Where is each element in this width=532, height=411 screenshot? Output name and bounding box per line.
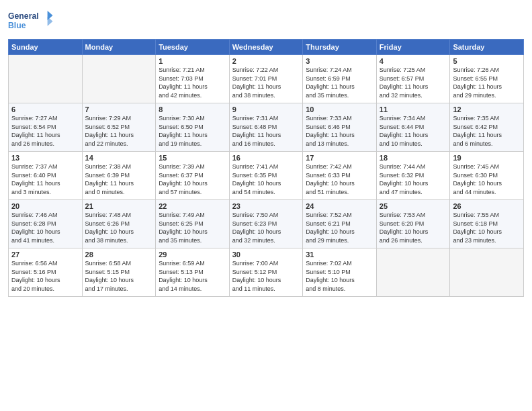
logo: General Blue: [8, 7, 55, 34]
day-number: 28: [85, 250, 153, 259]
calendar-cell: [9, 55, 83, 103]
day-info: Sunrise: 7:38 AM Sunset: 6:39 PM Dayligh…: [85, 163, 153, 196]
calendar-cell: 28Sunrise: 6:58 AM Sunset: 5:15 PM Dayli…: [82, 248, 156, 297]
day-number: 31: [306, 250, 373, 259]
calendar-cell: 14Sunrise: 7:38 AM Sunset: 6:39 PM Dayli…: [82, 152, 156, 200]
calendar-cell: 26Sunrise: 7:55 AM Sunset: 6:18 PM Dayli…: [450, 200, 524, 248]
day-number: 7: [85, 105, 153, 113]
day-info: Sunrise: 7:29 AM Sunset: 6:52 PM Dayligh…: [85, 114, 153, 148]
day-info: Sunrise: 7:50 AM Sunset: 6:23 PM Dayligh…: [232, 211, 300, 244]
day-info: Sunrise: 7:33 AM Sunset: 6:46 PM Dayligh…: [306, 114, 373, 148]
day-number: 29: [159, 250, 226, 259]
calendar-cell: 29Sunrise: 6:59 AM Sunset: 5:13 PM Dayli…: [156, 248, 230, 297]
day-number: 18: [380, 154, 447, 162]
day-number: 8: [159, 105, 226, 113]
calendar-cell: 20Sunrise: 7:46 AM Sunset: 6:28 PM Dayli…: [9, 200, 83, 248]
day-number: 1: [159, 57, 226, 65]
day-header-saturday: Saturday: [450, 40, 524, 55]
day-number: 5: [453, 57, 521, 65]
day-info: Sunrise: 7:31 AM Sunset: 6:48 PM Dayligh…: [232, 114, 300, 148]
calendar-cell: 22Sunrise: 7:49 AM Sunset: 6:25 PM Dayli…: [156, 200, 230, 248]
day-number: 3: [306, 57, 373, 65]
calendar-cell: 31Sunrise: 7:02 AM Sunset: 5:10 PM Dayli…: [303, 248, 377, 297]
day-header-tuesday: Tuesday: [156, 40, 230, 55]
calendar-cell: 1Sunrise: 7:21 AM Sunset: 7:03 PM Daylig…: [156, 55, 230, 103]
day-number: 13: [11, 154, 79, 162]
day-info: Sunrise: 7:48 AM Sunset: 6:26 PM Dayligh…: [85, 211, 153, 244]
day-info: Sunrise: 7:42 AM Sunset: 6:33 PM Dayligh…: [306, 163, 373, 196]
day-info: Sunrise: 7:45 AM Sunset: 6:30 PM Dayligh…: [453, 163, 521, 196]
day-info: Sunrise: 7:44 AM Sunset: 6:32 PM Dayligh…: [380, 163, 447, 196]
day-number: 12: [453, 105, 521, 113]
calendar-cell: 27Sunrise: 6:56 AM Sunset: 5:16 PM Dayli…: [9, 248, 83, 297]
day-info: Sunrise: 7:34 AM Sunset: 6:44 PM Dayligh…: [380, 114, 447, 148]
calendar-cell: 3Sunrise: 7:24 AM Sunset: 6:59 PM Daylig…: [303, 55, 377, 103]
calendar-container: General Blue SundayMondayTuesdayWednesda…: [0, 0, 532, 302]
calendar-cell: 16Sunrise: 7:41 AM Sunset: 6:35 PM Dayli…: [229, 152, 303, 200]
day-info: Sunrise: 7:39 AM Sunset: 6:37 PM Dayligh…: [159, 163, 226, 196]
header-row: SundayMondayTuesdayWednesdayThursdayFrid…: [9, 40, 524, 55]
svg-marker-3: [48, 17, 53, 26]
day-number: 11: [380, 105, 447, 113]
day-number: 20: [11, 202, 79, 210]
day-number: 24: [306, 202, 373, 210]
calendar-cell: 8Sunrise: 7:30 AM Sunset: 6:50 PM Daylig…: [156, 103, 230, 152]
day-info: Sunrise: 7:25 AM Sunset: 6:57 PM Dayligh…: [380, 66, 447, 99]
calendar-cell: 10Sunrise: 7:33 AM Sunset: 6:46 PM Dayli…: [303, 103, 377, 152]
day-number: 21: [85, 202, 153, 210]
svg-text:General: General: [8, 11, 39, 21]
day-info: Sunrise: 7:00 AM Sunset: 5:12 PM Dayligh…: [232, 259, 300, 293]
day-info: Sunrise: 6:56 AM Sunset: 5:16 PM Dayligh…: [11, 259, 79, 293]
calendar-table: SundayMondayTuesdayWednesdayThursdayFrid…: [8, 39, 524, 297]
calendar-cell: 9Sunrise: 7:31 AM Sunset: 6:48 PM Daylig…: [229, 103, 303, 152]
day-number: 10: [306, 105, 373, 113]
day-number: 15: [159, 154, 226, 162]
calendar-cell: 18Sunrise: 7:44 AM Sunset: 6:32 PM Dayli…: [376, 152, 450, 200]
day-info: Sunrise: 7:53 AM Sunset: 6:20 PM Dayligh…: [380, 211, 447, 244]
day-number: 9: [232, 105, 300, 113]
calendar-cell: 12Sunrise: 7:35 AM Sunset: 6:42 PM Dayli…: [450, 103, 524, 152]
day-header-sunday: Sunday: [9, 40, 83, 55]
day-info: Sunrise: 7:21 AM Sunset: 7:03 PM Dayligh…: [159, 66, 226, 99]
calendar-cell: [82, 55, 156, 103]
day-number: 2: [232, 57, 300, 65]
calendar-cell: 19Sunrise: 7:45 AM Sunset: 6:30 PM Dayli…: [450, 152, 524, 200]
calendar-cell: 11Sunrise: 7:34 AM Sunset: 6:44 PM Dayli…: [376, 103, 450, 152]
day-info: Sunrise: 7:46 AM Sunset: 6:28 PM Dayligh…: [11, 211, 79, 244]
day-info: Sunrise: 7:24 AM Sunset: 6:59 PM Dayligh…: [306, 66, 373, 99]
week-row: 20Sunrise: 7:46 AM Sunset: 6:28 PM Dayli…: [9, 200, 524, 248]
day-number: 16: [232, 154, 300, 162]
svg-text:Blue: Blue: [8, 21, 26, 30]
calendar-cell: [450, 248, 524, 297]
calendar-cell: 13Sunrise: 7:37 AM Sunset: 6:40 PM Dayli…: [9, 152, 83, 200]
calendar-cell: 7Sunrise: 7:29 AM Sunset: 6:52 PM Daylig…: [82, 103, 156, 152]
calendar-cell: 24Sunrise: 7:52 AM Sunset: 6:21 PM Dayli…: [303, 200, 377, 248]
week-row: 1Sunrise: 7:21 AM Sunset: 7:03 PM Daylig…: [9, 55, 524, 103]
calendar-cell: 4Sunrise: 7:25 AM Sunset: 6:57 PM Daylig…: [376, 55, 450, 103]
calendar-cell: 5Sunrise: 7:26 AM Sunset: 6:55 PM Daylig…: [450, 55, 524, 103]
day-info: Sunrise: 7:52 AM Sunset: 6:21 PM Dayligh…: [306, 211, 373, 244]
day-info: Sunrise: 6:58 AM Sunset: 5:15 PM Dayligh…: [85, 259, 153, 293]
calendar-cell: 21Sunrise: 7:48 AM Sunset: 6:26 PM Dayli…: [82, 200, 156, 248]
day-header-thursday: Thursday: [303, 40, 377, 55]
calendar-cell: 23Sunrise: 7:50 AM Sunset: 6:23 PM Dayli…: [229, 200, 303, 248]
day-header-friday: Friday: [376, 40, 450, 55]
day-info: Sunrise: 7:02 AM Sunset: 5:10 PM Dayligh…: [306, 259, 373, 293]
day-number: 4: [380, 57, 447, 65]
day-info: Sunrise: 7:27 AM Sunset: 6:54 PM Dayligh…: [11, 114, 79, 148]
day-info: Sunrise: 7:55 AM Sunset: 6:18 PM Dayligh…: [453, 211, 521, 244]
day-number: 6: [11, 105, 79, 113]
day-header-monday: Monday: [82, 40, 156, 55]
day-header-wednesday: Wednesday: [229, 40, 303, 55]
day-number: 17: [306, 154, 373, 162]
calendar-cell: 6Sunrise: 7:27 AM Sunset: 6:54 PM Daylig…: [9, 103, 83, 152]
day-info: Sunrise: 7:22 AM Sunset: 7:01 PM Dayligh…: [232, 66, 300, 99]
day-number: 25: [380, 202, 447, 210]
week-row: 13Sunrise: 7:37 AM Sunset: 6:40 PM Dayli…: [9, 152, 524, 200]
calendar-cell: [376, 248, 450, 297]
day-info: Sunrise: 7:26 AM Sunset: 6:55 PM Dayligh…: [453, 66, 521, 99]
header: General Blue: [8, 7, 524, 34]
day-info: Sunrise: 7:41 AM Sunset: 6:35 PM Dayligh…: [232, 163, 300, 196]
calendar-cell: 30Sunrise: 7:00 AM Sunset: 5:12 PM Dayli…: [229, 248, 303, 297]
day-info: Sunrise: 7:49 AM Sunset: 6:25 PM Dayligh…: [159, 211, 226, 244]
